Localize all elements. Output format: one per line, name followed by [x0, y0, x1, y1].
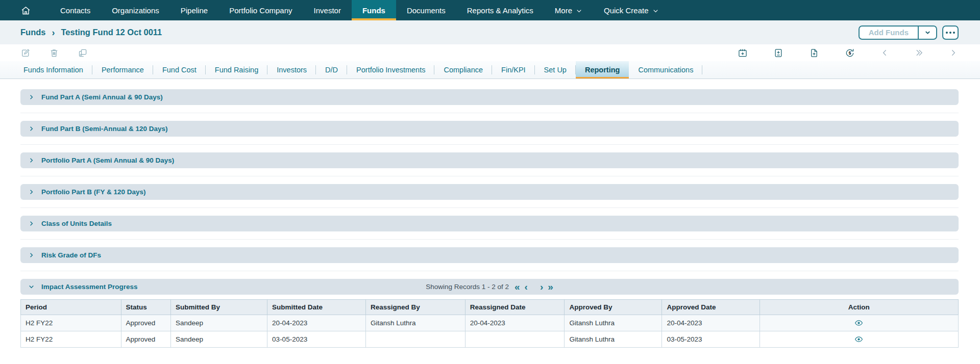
nav-item-label: Investor — [314, 6, 341, 15]
tab-investors[interactable]: Investors — [267, 61, 316, 79]
add-file-button[interactable] — [809, 48, 819, 58]
nav-item-label: Reports & Analytics — [467, 6, 533, 15]
trash-icon — [49, 48, 59, 58]
accordion-sections: Fund Part A (Semi Annual & 90 Days)Fund … — [20, 89, 959, 279]
nav-item-pipeline[interactable]: Pipeline — [170, 0, 218, 20]
column-header-period: Period — [21, 300, 121, 315]
tab-fund-raising[interactable]: Fund Raising — [206, 61, 267, 79]
previous-record-button[interactable] — [880, 48, 889, 57]
chevron-right-icon — [28, 157, 35, 164]
section-header-fund-part-b-semi-annual-120-days[interactable]: Fund Part B (Semi-Annual & 120 Days) — [20, 121, 959, 137]
section-header-class-of-units-details[interactable]: Class of Units Details — [20, 216, 959, 231]
column-header-reassigned-date: Reassigned Date — [465, 300, 565, 315]
chevron-down-icon — [652, 7, 659, 14]
nav-item-documents[interactable]: Documents — [396, 0, 456, 20]
section-title: Risk Grade of DFs — [41, 251, 101, 259]
nav-item-contacts[interactable]: Contacts — [50, 0, 101, 20]
column-header-status: Status — [121, 300, 170, 315]
last-page-icon[interactable]: » — [548, 282, 553, 292]
action-cell — [760, 331, 958, 348]
reporting-panel: Fund Part A (Semi Annual & 90 Days)Fund … — [0, 79, 980, 348]
section-divider — [20, 105, 959, 121]
next-record-button[interactable] — [949, 48, 958, 57]
clipboard-plus-icon — [773, 48, 783, 58]
tab-funds-information[interactable]: Funds Information — [14, 61, 92, 79]
edit-button[interactable] — [20, 48, 31, 58]
section-header-portfolio-part-a-semi-annual-90-days[interactable]: Portfolio Part A (Semi Annual & 90 Days) — [20, 152, 959, 168]
table-cell: Approved — [121, 315, 170, 331]
add-funds-split-button: Add Funds — [859, 25, 937, 40]
section-header-fund-part-a-semi-annual-90-days[interactable]: Fund Part A (Semi Annual & 90 Days) — [20, 89, 959, 105]
chevron-down-icon — [576, 7, 582, 14]
chevron-right-icon — [28, 94, 35, 100]
chevron-right-icon — [28, 220, 35, 227]
tab-fund-cost[interactable]: Fund Cost — [153, 61, 206, 79]
next-page-icon[interactable]: › — [540, 282, 543, 292]
home-button[interactable] — [0, 0, 40, 20]
add-funds-dropdown-button[interactable] — [918, 27, 936, 39]
nav-item-label: Contacts — [60, 6, 90, 15]
section-header-risk-grade-of-dfs[interactable]: Risk Grade of DFs — [20, 247, 959, 263]
delete-button[interactable] — [49, 48, 59, 58]
tab-fin-kpi[interactable]: Fin/KPI — [492, 61, 535, 79]
column-header-action: Action — [760, 300, 958, 315]
view-record-button[interactable] — [854, 335, 863, 344]
tab-reporting[interactable]: Reporting — [576, 61, 629, 79]
nav-item-quick-create[interactable]: Quick Create — [593, 0, 670, 20]
nav-item-funds[interactable]: Funds — [352, 0, 396, 20]
breadcrumb-root-link[interactable]: Funds — [20, 28, 46, 37]
nav-item-label: Portfolio Company — [229, 6, 292, 15]
section-title: Portfolio Part B (FY & 120 Days) — [41, 188, 146, 196]
tab-compliance[interactable]: Compliance — [434, 61, 492, 79]
table-cell — [365, 331, 465, 348]
add-event-button[interactable] — [738, 48, 748, 58]
previous-page-icon[interactable]: ‹ — [525, 282, 528, 292]
top-navigation: ContactsOrganizationsPipelinePortfolio C… — [0, 0, 980, 20]
toolbar-right: $ — [738, 48, 958, 58]
table-cell: Sandeep — [170, 331, 267, 348]
skip-forward-button[interactable] — [915, 48, 923, 57]
section-header-portfolio-part-b-fy-120-days[interactable]: Portfolio Part B (FY & 120 Days) — [20, 184, 959, 200]
toolbar-left — [20, 48, 88, 58]
impact-assessment-table: PeriodStatusSubmitted BySubmitted DateRe… — [20, 299, 959, 348]
tab-communications[interactable]: Communications — [629, 61, 702, 79]
section-divider — [20, 200, 959, 216]
first-page-icon[interactable]: « — [514, 282, 520, 292]
nav-item-reports-analytics[interactable]: Reports & Analytics — [456, 0, 544, 20]
record-toolbar: $ — [0, 44, 980, 61]
duplicate-button[interactable] — [78, 48, 88, 58]
impact-assessment-header[interactable]: Impact Assessment Progress Showing Recor… — [20, 279, 959, 295]
table-header-row: PeriodStatusSubmitted BySubmitted DateRe… — [21, 300, 959, 315]
table-cell: 03-05-2023 — [662, 331, 760, 348]
nav-item-portfolio-company[interactable]: Portfolio Company — [218, 0, 303, 20]
tab-performance[interactable]: Performance — [92, 61, 153, 79]
table-cell: 20-04-2023 — [662, 315, 760, 331]
column-header-submitted-date: Submitted Date — [267, 300, 366, 315]
tab-d-d[interactable]: D/D — [316, 61, 347, 79]
currency-refresh-button[interactable]: $ — [845, 48, 855, 58]
view-record-button[interactable] — [854, 319, 863, 327]
section-title: Fund Part A (Semi Annual & 90 Days) — [41, 93, 163, 101]
tab-set-up[interactable]: Set Up — [535, 61, 576, 79]
nav-item-investor[interactable]: Investor — [303, 0, 352, 20]
import-record-button[interactable] — [773, 48, 783, 58]
breadcrumb: Funds › Testing Fund 12 Oct 0011 — [20, 28, 162, 37]
section-title: Portfolio Part A (Semi Annual & 90 Days) — [41, 157, 174, 164]
chevron-down-icon — [28, 283, 35, 290]
impact-assessment-section: Impact Assessment Progress Showing Recor… — [20, 279, 959, 348]
calendar-plus-icon — [738, 48, 748, 58]
table-row: H2 FY22ApprovedSandeep03-05-2023Gitansh … — [21, 331, 959, 348]
section-divider — [20, 137, 959, 152]
ellipsis-icon — [946, 32, 948, 34]
section-divider — [20, 263, 959, 279]
nav-item-more[interactable]: More — [544, 0, 593, 20]
showing-records-text: Showing Records 1 - 2 of 2 — [426, 283, 509, 291]
tab-portfolio-investments[interactable]: Portfolio Investments — [347, 61, 434, 79]
table-cell: 20-04-2023 — [267, 315, 366, 331]
column-header-approved-by: Approved By — [565, 300, 662, 315]
nav-items: ContactsOrganizationsPipelinePortfolio C… — [50, 0, 670, 20]
more-actions-button[interactable] — [942, 25, 959, 40]
add-funds-button[interactable]: Add Funds — [860, 27, 918, 39]
eye-icon — [854, 335, 863, 344]
nav-item-organizations[interactable]: Organizations — [101, 0, 170, 20]
